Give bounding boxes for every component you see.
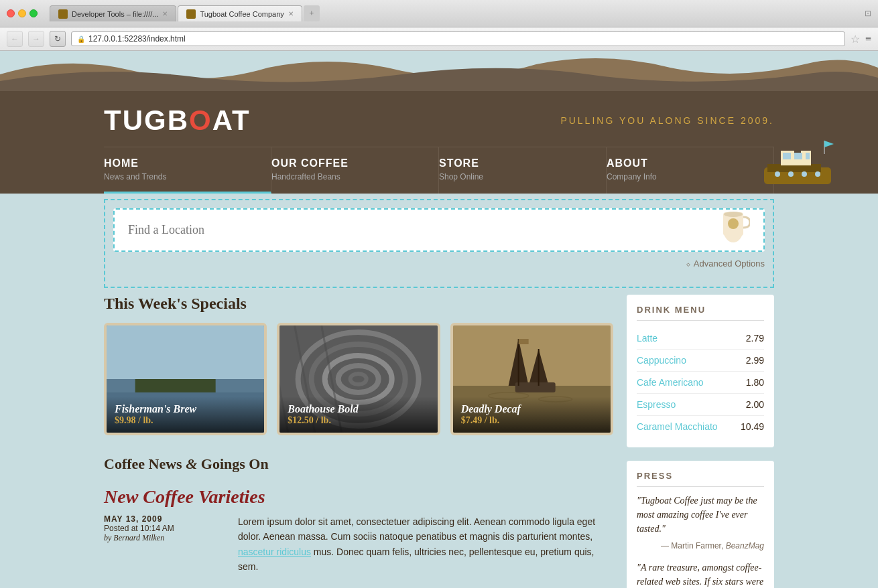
special-card-deadly[interactable]: Deadly Decaf $7.49 / lb.	[450, 323, 613, 435]
nav-item-store[interactable]: STORE Shop Online	[439, 147, 607, 194]
press-source-1: BeanzMag	[726, 541, 764, 550]
svg-point-14	[724, 212, 743, 217]
tugboat-favicon	[186, 9, 196, 19]
main-wrapper: This Week's Specials	[0, 288, 878, 588]
news-author: by Bernard Milken	[104, 533, 218, 543]
news-content: MAY 13, 2009 Posted at 10:14 AM by Berna…	[104, 514, 613, 588]
site-logo[interactable]: TUGBOAT	[104, 104, 251, 137]
press-quote-1: "Tugboat Coffee just may be the most ama…	[637, 494, 764, 536]
header-top: TUGBOAT PULLING YOU ALONG SINCE 2009.	[104, 104, 774, 137]
menu-button[interactable]: ≡	[865, 33, 871, 45]
nav-home-main: HOME	[104, 157, 271, 169]
news-para1-text: Lorem ipsum dolor sit amet, consectetuer…	[238, 516, 595, 542]
specials-grid: Fisherman's Brew $9.98 / lb.	[104, 323, 613, 435]
svg-point-9	[775, 171, 780, 177]
close-dot[interactable]	[7, 9, 15, 17]
svg-point-10	[788, 171, 794, 177]
tab-devtools-close[interactable]: ✕	[162, 10, 168, 17]
tab-devtools[interactable]: Developer Tools – file:////... ✕	[50, 5, 176, 21]
drink-name-latte: Latte	[637, 333, 657, 344]
browser-dots	[7, 9, 38, 17]
advanced-options[interactable]: ⬦ Advanced Options	[113, 255, 765, 279]
site-tagline: PULLING YOU ALONG SINCE 2009.	[560, 115, 774, 126]
drink-price-cappuccino: 2.99	[746, 355, 764, 366]
location-input[interactable]	[128, 223, 273, 237]
svg-point-11	[802, 171, 807, 177]
coffee-cup-icon	[716, 209, 750, 252]
press-section: PRESS "Tugboat Coffee just may be the mo…	[627, 461, 774, 588]
news-paragraph-1: Lorem ipsum dolor sit amet, consectetuer…	[238, 514, 613, 575]
drink-item-macchiato[interactable]: Caramel Macchiato 10.49	[637, 416, 764, 437]
svg-marker-8	[824, 141, 834, 147]
tugboat-svg	[757, 131, 838, 191]
tab-tugboat-close[interactable]: ✕	[288, 10, 294, 17]
logo-text-end: AT	[212, 104, 251, 136]
devtools-favicon	[58, 9, 68, 19]
nav-coffee-main: OUR COFFEE	[271, 157, 438, 169]
news-paragraph-2: Nulla consequat massa quis enim. Donec p…	[238, 585, 613, 588]
logo-ring: O	[189, 104, 212, 136]
drink-menu-title: DRINK MENU	[637, 305, 764, 321]
svg-rect-43	[518, 339, 528, 344]
nav-home-sub: News and Trends	[104, 172, 271, 181]
nav-about-main: ABOUT	[607, 157, 773, 169]
nav-item-home[interactable]: HOME News and Trends	[104, 147, 271, 194]
drink-name-espresso: Espresso	[637, 399, 676, 410]
specials-title: This Week's Specials	[104, 295, 613, 313]
tugboat-illustration	[757, 131, 838, 194]
svg-point-15	[728, 218, 739, 229]
nav-item-about[interactable]: ABOUT Company Info	[607, 147, 774, 194]
browser-tabs: Developer Tools – file:////... ✕ Tugboat…	[50, 5, 320, 21]
url-bar[interactable]: 🔒 127.0.0.1:52283/index.html	[71, 31, 845, 46]
svg-rect-6	[794, 141, 801, 153]
new-tab-button[interactable]: +	[304, 5, 320, 21]
header-hills	[0, 51, 878, 91]
fisherman-price: $9.98 / lb.	[115, 415, 256, 426]
drink-item-americano[interactable]: Cafe Americano 1.80	[637, 372, 764, 394]
bookmark-button[interactable]: ☆	[851, 33, 860, 46]
tab-tugboat[interactable]: Tugboat Coffee Company ✕	[178, 5, 302, 21]
svg-rect-4	[794, 153, 802, 159]
minimize-dot[interactable]	[18, 9, 26, 17]
nav-item-coffee[interactable]: OUR COFFEE Handcrafted Beans	[271, 147, 439, 194]
deadly-name: Deadly Decaf	[461, 403, 603, 415]
ampersand: &	[186, 455, 197, 472]
drink-price-latte: 2.79	[746, 333, 764, 344]
deadly-overlay: Deadly Decaf $7.49 / lb.	[453, 396, 611, 433]
boathouse-overlay: Boathouse Bold $12.50 / lb.	[279, 396, 437, 433]
coffee-cup-svg	[716, 209, 750, 249]
url-text: 127.0.0.1:52283/index.html	[88, 34, 186, 44]
nav-store-main: STORE	[439, 157, 606, 169]
special-card-boathouse[interactable]: Boathouse Bold $12.50 / lb.	[277, 323, 440, 435]
drink-price-espresso: 2.00	[746, 399, 764, 410]
maximize-dot[interactable]	[29, 9, 38, 17]
site-nav: HOME News and Trends OUR COFFEE Handcraf…	[104, 147, 774, 194]
site-header: TUGBOAT PULLING YOU ALONG SINCE 2009. HO…	[0, 91, 878, 194]
press-title: PRESS	[637, 471, 764, 487]
news-posted: Posted at 10:14 AM	[104, 524, 218, 533]
special-card-fisherman[interactable]: Fisherman's Brew $9.98 / lb.	[104, 323, 267, 435]
news-text-col: Lorem ipsum dolor sit amet, consectetuer…	[238, 514, 613, 588]
tab-devtools-label: Developer Tools – file:////...	[72, 10, 158, 18]
website: TUGBOAT PULLING YOU ALONG SINCE 2009. HO…	[0, 51, 878, 588]
deadly-price: $7.49 / lb.	[461, 415, 603, 426]
news-headline: New Coffee Varieties	[104, 486, 613, 508]
news-link-1[interactable]: nascetur ridiculus	[238, 546, 311, 557]
refresh-button[interactable]: ↻	[50, 31, 66, 47]
press-attr-1-text: — Martin Farmer,	[661, 541, 723, 550]
drink-name-cappuccino: Cappuccino	[637, 355, 686, 366]
nav-store-sub: Shop Online	[439, 172, 606, 181]
logo-text-start: TUGB	[104, 104, 189, 136]
forward-button[interactable]: →	[28, 31, 44, 47]
hills-svg	[0, 51, 878, 91]
sidebar: DRINK MENU Latte 2.79 Cappuccino 2.99 Ca…	[627, 295, 774, 588]
back-button[interactable]: ←	[7, 31, 23, 47]
advanced-options-label: Advanced Options	[694, 259, 765, 269]
drink-price-americano: 1.80	[746, 377, 764, 388]
press-quote-2: "A rare treasure, amongst coffee-related…	[637, 561, 764, 588]
drink-item-espresso[interactable]: Espresso 2.00	[637, 394, 764, 416]
drink-item-cappuccino[interactable]: Cappuccino 2.99	[637, 350, 764, 372]
browser-titlebar: Developer Tools – file:////... ✕ Tugboat…	[0, 0, 878, 27]
drink-item-latte[interactable]: Latte 2.79	[637, 327, 764, 350]
window-controls: ⊡	[865, 9, 871, 18]
